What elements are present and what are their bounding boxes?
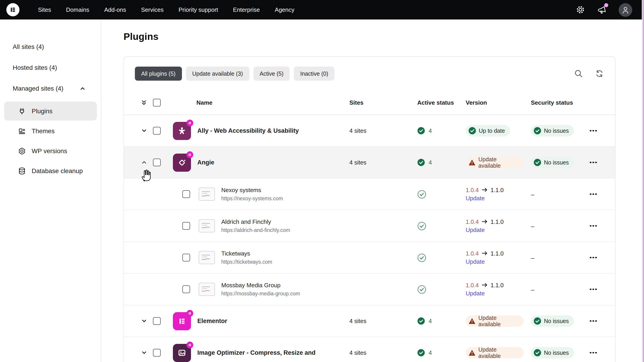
user-avatar[interactable] xyxy=(619,3,632,17)
row-checkbox[interactable] xyxy=(153,127,161,134)
site-url: https://mossbay-media-group.com xyxy=(221,290,300,297)
security-status-cell: – xyxy=(524,254,582,261)
sidebar-item-managed-sites-4[interactable]: Managed sites (4) xyxy=(0,78,101,99)
site-name: Nexoy systems xyxy=(221,186,283,195)
check-circle-icon xyxy=(534,158,541,166)
sidebar-item-database-cleanup[interactable]: Database cleanup xyxy=(4,161,97,180)
warning-triangle-icon xyxy=(468,349,476,356)
filter-chip-inactive-0[interactable]: Inactive (0) xyxy=(294,67,335,81)
row-actions-kebab-icon[interactable] xyxy=(582,320,604,322)
version-cell: 1.0.41.1.0Update xyxy=(456,218,524,234)
active-check-icon xyxy=(417,158,425,166)
expand-row-chevron-down-icon[interactable] xyxy=(135,128,153,134)
row-checkbox[interactable] xyxy=(182,285,190,293)
security-status-cell: No issues xyxy=(524,125,582,136)
page-title: Plugins xyxy=(124,31,644,42)
nav-item-agency[interactable]: Agency xyxy=(275,6,294,13)
column-header-sites[interactable]: Sites xyxy=(350,99,408,106)
nav-item-sites[interactable]: Sites xyxy=(38,6,51,13)
filter-chip-all-plugins-5[interactable]: All plugins (5) xyxy=(135,67,182,81)
row-checkbox[interactable] xyxy=(153,349,161,356)
nav-item-domains[interactable]: Domains xyxy=(66,6,90,13)
plugin-row-angie: Angie4 sites4Update availableNo issues xyxy=(124,147,615,178)
announcements-megaphone-icon[interactable] xyxy=(597,5,607,15)
column-header-security-status[interactable]: Security status xyxy=(524,99,582,106)
site-thumbnail xyxy=(199,219,215,232)
active-check-outline-icon xyxy=(417,285,426,294)
site-row-ticketways: Ticketwayshttps://ticketways.com1.0.41.1… xyxy=(124,242,615,274)
row-checkbox[interactable] xyxy=(182,222,190,230)
active-status-cell xyxy=(408,190,456,199)
security-status-cell: No issues xyxy=(524,347,582,358)
site-name: Ticketways xyxy=(221,249,272,258)
sidebar-item-label: All sites (4) xyxy=(13,43,44,50)
active-status-cell xyxy=(408,221,456,230)
row-checkbox[interactable] xyxy=(182,254,190,261)
update-link[interactable]: Update xyxy=(466,258,485,265)
nav-item-add-ons[interactable]: Add-ons xyxy=(104,6,126,13)
select-all-checkbox[interactable] xyxy=(153,99,161,106)
plugin-icon-angie xyxy=(173,153,191,171)
expand-all-icon[interactable] xyxy=(135,99,153,106)
site-row-mossbay-media-group: Mossbay Media Grouphttps://mossbay-media… xyxy=(124,274,615,305)
row-actions-kebab-icon[interactable] xyxy=(582,130,604,132)
warning-triangle-icon xyxy=(468,159,476,166)
update-link[interactable]: Update xyxy=(466,226,485,233)
elementor-logo-icon[interactable] xyxy=(6,3,20,16)
collapse-row-chevron-up-icon[interactable] xyxy=(135,159,153,165)
row-actions-kebab-icon[interactable] xyxy=(582,225,604,227)
themes-icon xyxy=(18,127,26,135)
sidebar-item-hosted-sites-4[interactable]: Hosted sites (4) xyxy=(0,57,101,78)
nav-item-enterprise[interactable]: Enterprise xyxy=(233,6,260,13)
update-link[interactable]: Update xyxy=(466,290,485,296)
row-actions-kebab-icon[interactable] xyxy=(582,257,604,258)
sidebar-item-label: Themes xyxy=(32,127,54,134)
current-version: 1.0.4 xyxy=(466,218,479,225)
row-actions-kebab-icon[interactable] xyxy=(582,352,604,354)
active-status-cell xyxy=(408,253,456,262)
sidebar-item-all-sites-4[interactable]: All sites (4) xyxy=(0,36,101,57)
search-icon[interactable] xyxy=(574,69,583,78)
update-available-pill: Update available xyxy=(466,157,524,168)
row-actions-kebab-icon[interactable] xyxy=(582,194,604,195)
check-circle-icon xyxy=(534,317,541,325)
arrow-icon xyxy=(482,188,488,192)
expand-row-chevron-down-icon[interactable] xyxy=(135,318,153,324)
filter-chip-update-available-3[interactable]: Update available (3) xyxy=(186,67,249,81)
nav-item-services[interactable]: Services xyxy=(141,6,164,13)
row-actions-kebab-icon[interactable] xyxy=(582,162,604,163)
refresh-icon[interactable] xyxy=(595,69,604,78)
warning-triangle-icon xyxy=(468,318,476,324)
status-ok-pill: No issues xyxy=(531,315,574,327)
new-version: 1.1.0 xyxy=(490,250,504,257)
version-status-cell: Up to date xyxy=(456,125,524,136)
row-checkbox[interactable] xyxy=(182,190,190,198)
column-header-active-status[interactable]: Active status xyxy=(408,99,456,106)
security-status-cell: No issues xyxy=(524,315,582,327)
chevron-up-icon[interactable] xyxy=(80,85,86,91)
elementor-badge-icon xyxy=(186,310,193,316)
active-count: 4 xyxy=(428,349,432,356)
new-version: 1.1.0 xyxy=(490,187,504,193)
active-status-cell: 4 xyxy=(408,317,456,325)
sidebar-item-label: Hosted sites (4) xyxy=(13,64,57,71)
row-checkbox[interactable] xyxy=(153,317,161,325)
sidebar-item-wp-versions[interactable]: WP versions xyxy=(4,141,97,160)
sidebar-item-themes[interactable]: Themes xyxy=(4,121,97,140)
check-circle-icon xyxy=(534,349,541,356)
row-actions-kebab-icon[interactable] xyxy=(582,289,604,290)
check-circle-icon xyxy=(468,127,476,134)
column-header-name[interactable]: Name xyxy=(173,99,350,106)
row-checkbox[interactable] xyxy=(153,158,161,166)
arrow-icon xyxy=(482,219,488,224)
column-header-version[interactable]: Version xyxy=(456,99,524,106)
filter-chip-active-5[interactable]: Active (5) xyxy=(253,67,290,81)
expand-row-chevron-down-icon[interactable] xyxy=(135,350,153,356)
new-version: 1.1.0 xyxy=(490,282,504,288)
current-version: 1.0.4 xyxy=(466,282,479,288)
sidebar-item-plugins[interactable]: Plugins xyxy=(4,101,97,120)
nav-item-priority-support[interactable]: Priority support xyxy=(178,6,218,13)
update-link[interactable]: Update xyxy=(466,195,485,201)
settings-gear-icon[interactable] xyxy=(575,5,585,15)
version-status-cell: Update available xyxy=(456,157,524,168)
